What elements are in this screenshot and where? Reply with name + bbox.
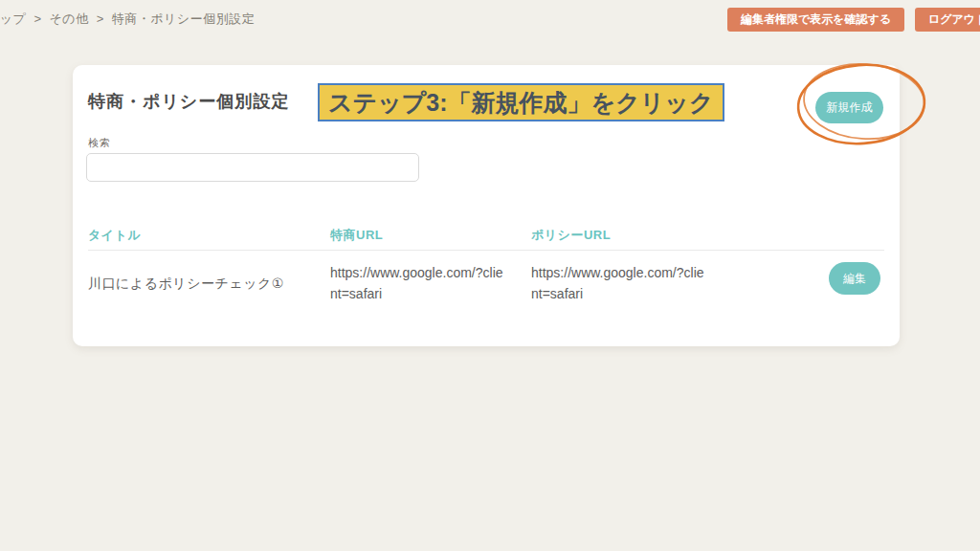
column-header-policy-url: ポリシーURL	[531, 227, 737, 244]
search-input[interactable]	[86, 153, 419, 182]
page-title: 特商・ポリシー個別設定	[88, 90, 289, 113]
row-title-cell: 川口によるポリシーチェック①	[88, 262, 330, 293]
breadcrumb-separator: >	[97, 11, 104, 26]
table-row: 川口によるポリシーチェック① https://www.google.com/?c…	[88, 251, 884, 304]
create-new-button[interactable]: 新規作成	[815, 92, 883, 123]
logout-button[interactable]: ログアウト	[915, 8, 980, 32]
editor-view-button[interactable]: 編集者権限で表示を確認する	[727, 8, 904, 32]
table-header-row: タイトル 特商URL ポリシーURL	[88, 220, 884, 251]
edit-button[interactable]: 編集	[829, 262, 880, 295]
step-annotation: ステップ3:「新規作成」をクリック	[318, 83, 724, 121]
breadcrumb-item-other[interactable]: その他	[50, 11, 89, 26]
row-policy-url-cell: https://www.google.com/?client=safari	[531, 262, 705, 304]
breadcrumb-item-current: 特商・ポリシー個別設定	[112, 11, 255, 26]
settings-card: 特商・ポリシー個別設定 ステップ3:「新規作成」をクリック 新規作成 検索 タイ…	[73, 65, 900, 346]
row-tokusho-url-cell: https://www.google.com/?client=safari	[330, 262, 504, 304]
column-header-tokusho-url: 特商URL	[330, 227, 531, 244]
page: トップ>その他>特商・ポリシー個別設定 編集者権限で表示を確認する ログアウト …	[0, 0, 980, 551]
column-header-title: タイトル	[88, 227, 330, 244]
breadcrumb: トップ>その他>特商・ポリシー個別設定	[0, 11, 255, 28]
topbar-actions: 編集者権限で表示を確認する ログアウト	[727, 8, 980, 32]
policy-table: タイトル 特商URL ポリシーURL 川口によるポリシーチェック① https:…	[88, 220, 884, 304]
breadcrumb-separator: >	[33, 11, 41, 26]
search-label: 検索	[88, 136, 111, 150]
breadcrumb-item-top[interactable]: トップ	[0, 11, 26, 26]
